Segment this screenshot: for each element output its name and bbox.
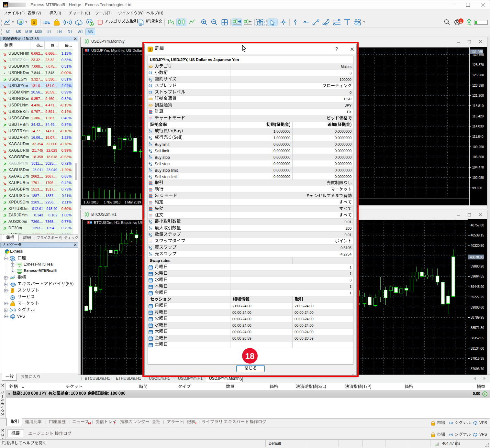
svg-text:99.690: 99.690 (472, 186, 482, 190)
svg-text:39883.20: 39883.20 (471, 265, 484, 268)
svg-text:38789.95: 38789.95 (471, 316, 484, 319)
svg-text:40757.80: 40757.80 (471, 224, 484, 227)
svg-text:1 Jul 2018: 1 Jul 2018 (84, 201, 99, 204)
svg-text:114.030: 114.030 (472, 125, 484, 128)
svg-text:123.590: 123.590 (472, 84, 484, 87)
svg-text:39664.55: 39664.55 (471, 275, 484, 278)
svg-text:118.810: 118.810 (472, 104, 484, 108)
svg-text:37696.70: 37696.70 (471, 367, 484, 371)
svg-text:109.250: 109.250 (472, 145, 484, 149)
svg-text:106.860: 106.860 (472, 155, 484, 159)
svg-text:39008.60: 39008.60 (471, 306, 484, 309)
svg-text:116.420: 116.420 (472, 115, 484, 118)
svg-text:1: 1 (460, 19, 462, 24)
svg-text:39227.25: 39227.25 (471, 295, 484, 299)
svg-text:39445.90: 39445.90 (471, 285, 484, 289)
svg-text:38352.65: 38352.65 (471, 336, 484, 340)
svg-text:125.980: 125.980 (472, 73, 484, 77)
svg-text:IDE: IDE (43, 20, 50, 25)
svg-text:$: $ (33, 20, 35, 25)
svg-text:37915.35: 37915.35 (471, 357, 484, 360)
svg-text:1 Mar 2019: 1 Mar 2019 (125, 201, 141, 204)
svg-text:40078.00: 40078.00 (470, 256, 484, 259)
svg-text:128.370: 128.370 (472, 63, 484, 67)
svg-text:40320.50: 40320.50 (471, 244, 484, 247)
svg-text:40539.15: 40539.15 (471, 234, 484, 237)
svg-text:111.640: 111.640 (472, 135, 484, 138)
svg-text:1 Nov 2018: 1 Nov 2018 (104, 201, 121, 204)
svg-text:104.470: 104.470 (472, 166, 484, 169)
svg-text:131.055: 131.055 (471, 50, 483, 54)
svg-text:102.080: 102.080 (472, 176, 484, 180)
svg-text:38571.30: 38571.30 (471, 326, 484, 330)
svg-text:LVL: LVL (467, 23, 472, 26)
svg-text:38134.00: 38134.00 (471, 347, 484, 350)
svg-text:121.200: 121.200 (472, 94, 484, 97)
